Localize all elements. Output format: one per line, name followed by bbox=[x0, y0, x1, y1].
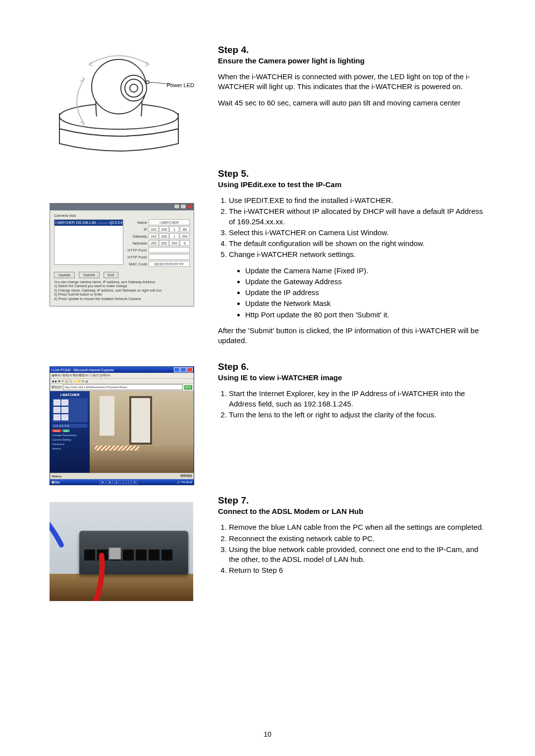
ipedit-titlebar bbox=[50, 203, 194, 210]
maximize-icon[interactable] bbox=[180, 204, 186, 209]
list-item: The i-WATCHER without IP allocated by DH… bbox=[229, 206, 485, 227]
ip-input[interactable]: 192 168 1 88 bbox=[149, 226, 190, 232]
ptz-controls[interactable] bbox=[52, 398, 88, 422]
list-item: Reconnect the existing network cable to … bbox=[229, 534, 485, 544]
step5-list: Use IPEDIT.EXE to find the installed i-W… bbox=[218, 196, 485, 260]
ie-statusbar: Waiting網際網路 bbox=[50, 473, 194, 479]
go-button[interactable]: 移至 bbox=[184, 385, 192, 390]
netmask-label: Netmask bbox=[126, 241, 147, 246]
update-button[interactable]: Update bbox=[54, 272, 75, 278]
preset-row[interactable]: ① ② ③ ④ ⑤ ⑥ bbox=[52, 424, 88, 428]
camera-list[interactable]: i-WATCHER 192.168.1.88 ---------- v[2.0.… bbox=[54, 219, 123, 265]
step5-title: Step 5. bbox=[218, 168, 485, 179]
minimize-icon[interactable] bbox=[174, 204, 180, 209]
svg-point-4 bbox=[130, 84, 138, 92]
close-icon[interactable] bbox=[187, 367, 193, 372]
svg-point-5 bbox=[146, 81, 149, 84]
address-input[interactable]: http://192.168.1.60/MainActivex?ActiveX=… bbox=[63, 384, 183, 390]
step4-p2: Wait 45 sec to 60 sec, camera will auto … bbox=[218, 98, 485, 108]
home-button[interactable]: home bbox=[52, 429, 61, 432]
sidebar-link[interactable]: Camera Setting bbox=[52, 438, 88, 441]
name-input[interactable]: i-WATCHER bbox=[149, 219, 190, 225]
http2-label: HTTP Port2 bbox=[126, 255, 147, 259]
list-item: Using the blue network cable provided, c… bbox=[229, 545, 485, 565]
ipedit-window: Camera lists i-WATCHER 192.168.1.88 ----… bbox=[50, 203, 194, 306]
list-item: The default configuration will be shown … bbox=[229, 239, 485, 249]
gateway-input[interactable]: 192 168 1 254 bbox=[149, 233, 190, 239]
list-item: Select this i-WATCHER on Camera List Win… bbox=[229, 228, 485, 238]
document-page: Power LED Step 4. Ensure the Camera powe… bbox=[0, 0, 535, 756]
step7-list: Remove the blue LAN cable from the PC wh… bbox=[218, 522, 485, 575]
step7-row: Step 7. Connect to the ADSL Modem or LAN… bbox=[50, 495, 485, 601]
sidebar-logo: i-WATCHER bbox=[52, 393, 88, 397]
list-item: Update the IP address bbox=[245, 288, 485, 298]
list-item: Update the Gateway Address bbox=[245, 277, 485, 287]
sidebar-link[interactable]: Advanced bbox=[52, 443, 88, 446]
http1-input[interactable] bbox=[149, 247, 190, 253]
maximize-icon[interactable] bbox=[180, 367, 186, 372]
ie-menubar[interactable]: 編輯(E) 檢視(V) 我的最愛(A) 工具(T) 說明(H) bbox=[50, 373, 194, 379]
ie-sidebar: i-WATCHER ① ② ③ ④ ⑤ ⑥ home stop Change R… bbox=[50, 391, 90, 473]
step7-title: Step 7. bbox=[218, 495, 485, 506]
list-item: Use IPEDIT.EXE to find the installed i-W… bbox=[229, 196, 485, 205]
step6-title: Step 6. bbox=[218, 361, 485, 372]
step6-subtitle: Using IE to view i-WATCHER image bbox=[218, 373, 485, 382]
list-item: Remove the blue LAN cable from the PC wh… bbox=[229, 522, 485, 532]
exit-button[interactable]: Exit bbox=[104, 272, 119, 278]
camera-video-feed bbox=[90, 391, 194, 473]
gateway-label: Gateway bbox=[126, 234, 147, 239]
sidebar-link[interactable]: Version bbox=[52, 447, 88, 450]
step5-subtitle: Using IPEdit.exe to test the IP-Cam bbox=[218, 180, 485, 189]
step6-list: Start the Internet Explorer, key in the … bbox=[218, 389, 485, 420]
list-item: Http Port update the 80 port then 'Submi… bbox=[245, 310, 485, 320]
list-item: Turn the lens to the left or right to ad… bbox=[229, 410, 485, 420]
ie-title: I-Link PCAM - Microsoft Internet Explore… bbox=[51, 368, 114, 372]
red-cable-icon bbox=[50, 532, 183, 601]
ipedit-tips: You can change camera name, IP address, … bbox=[54, 280, 190, 301]
ip-label: IP bbox=[126, 227, 147, 232]
router-photo bbox=[50, 502, 193, 601]
netmask-input[interactable]: 255 255 255 0 bbox=[149, 240, 190, 246]
list-item: Update the Network Mask bbox=[245, 299, 485, 308]
step7-subtitle: Connect to the ADSL Modem or LAN Hub bbox=[218, 507, 485, 515]
step5-after: After the 'Submit' button is clicked, th… bbox=[218, 326, 485, 346]
step4-title: Step 4. bbox=[218, 45, 485, 55]
step4-subtitle: Ensure the Camera power light is lightin… bbox=[218, 56, 485, 65]
stop-button[interactable]: stop bbox=[62, 429, 70, 432]
sidebar-link[interactable]: Change Resolutions bbox=[52, 434, 88, 437]
step5-row: Camera lists i-WATCHER 192.168.1.88 ----… bbox=[50, 168, 485, 352]
power-led-label: Power LED bbox=[166, 82, 194, 88]
submit-button[interactable]: Submit bbox=[79, 272, 99, 278]
step5-bullets: Update the Camera Name (Fixed IP). Updat… bbox=[218, 266, 485, 320]
ie-window: I-Link PCAM - Microsoft Internet Explore… bbox=[50, 366, 194, 485]
ie-toolbar[interactable]: ◀ ▶ ✖ ⟳ 🏠 🔍 ⭐ 📂 ✉ 🖨 bbox=[50, 379, 194, 384]
mac-value: 00:0D:F0:F0:FF:FF bbox=[149, 261, 190, 267]
camera-list-item[interactable]: i-WATCHER 192.168.1.88 ---------- v[2.0.… bbox=[54, 220, 123, 226]
http2-input[interactable] bbox=[149, 254, 190, 260]
list-item: Change i-WATCHER network settings. bbox=[229, 250, 485, 259]
windows-taskbar[interactable]: 🪟 開始 WWE IIP 🔊 下午 02:32 bbox=[50, 479, 194, 485]
page-number: 10 bbox=[0, 730, 535, 738]
camera-illustration: Power LED bbox=[50, 45, 188, 158]
ipedit-form: Name i-WATCHER IP 192 168 1 88 bbox=[126, 219, 190, 268]
mac-label: MAC Code bbox=[126, 262, 147, 266]
addr-label: 網址(D) bbox=[52, 385, 61, 390]
list-item: Return to Step 6 bbox=[229, 565, 485, 575]
list-item: Update the Camera Name (Fixed IP). bbox=[245, 266, 485, 276]
name-label: Name bbox=[126, 220, 147, 225]
ie-addressbar: 網址(D) http://192.168.1.60/MainActivex?Ac… bbox=[50, 384, 194, 391]
ie-titlebar: I-Link PCAM - Microsoft Internet Explore… bbox=[50, 367, 194, 373]
close-icon[interactable] bbox=[187, 204, 193, 209]
list-item: Start the Internet Explorer, key in the … bbox=[229, 389, 485, 409]
camera-list-label: Camera lists bbox=[54, 213, 190, 218]
step4-row: Power LED Step 4. Ensure the Camera powe… bbox=[50, 45, 485, 158]
minimize-icon[interactable] bbox=[174, 367, 180, 372]
step4-p1: When the i-WATCHER is connected with pow… bbox=[218, 72, 485, 92]
http1-label: HTTP Port1 bbox=[126, 248, 147, 252]
step6-row: I-Link PCAM - Microsoft Internet Explore… bbox=[50, 361, 485, 485]
